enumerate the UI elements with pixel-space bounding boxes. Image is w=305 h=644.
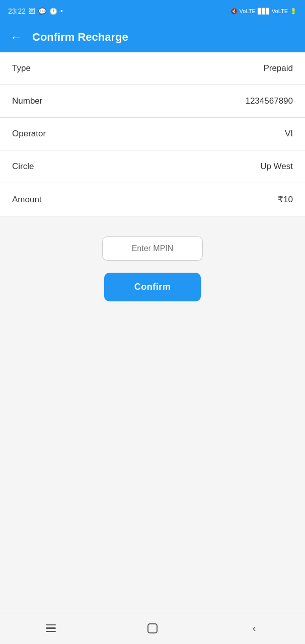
home-icon (147, 623, 158, 633)
detail-label: Circle (12, 162, 34, 172)
navigation-bar: ‹ (0, 612, 305, 644)
status-left: 23:22 🖼 💬 🕐 • (8, 7, 63, 15)
detail-label: Operator (12, 129, 46, 139)
table-row: Amount₹10 (0, 183, 305, 216)
confirm-button[interactable]: Confirm (104, 273, 201, 301)
battery-icon: 🔋 (290, 8, 297, 15)
recents-icon (46, 624, 56, 632)
status-right: 🔇 VoLTE ▊▊▊ VoLTE 🔋 (231, 8, 297, 15)
table-row: CircleUp West (0, 150, 305, 183)
back-arrow-icon: ← (10, 30, 22, 44)
back-nav-button[interactable]: ‹ (239, 618, 269, 638)
content-area: TypePrepaidNumber1234567890OperatorVICir… (0, 52, 305, 612)
detail-label: Amount (12, 195, 42, 205)
back-button[interactable]: ← (8, 29, 24, 45)
detail-value: Prepaid (263, 63, 293, 73)
detail-value: VI (285, 129, 293, 139)
dot-icon: • (60, 7, 63, 15)
table-row: Number1234567890 (0, 85, 305, 118)
confirm-button-label: Confirm (134, 282, 171, 292)
detail-value: 1234567890 (245, 96, 293, 106)
mute-icon: 🔇 (231, 8, 238, 15)
detail-label: Number (12, 96, 42, 106)
detail-rows: TypePrepaidNumber1234567890OperatorVICir… (0, 52, 305, 216)
table-row: TypePrepaid (0, 52, 305, 85)
detail-value: ₹10 (278, 194, 293, 205)
gallery-icon: 🖼 (29, 8, 35, 15)
page-title: Confirm Recharge (32, 31, 128, 44)
back-nav-icon: ‹ (253, 622, 256, 634)
detail-label: Type (12, 63, 31, 73)
status-bar: 23:22 🖼 💬 🕐 • 🔇 VoLTE ▊▊▊ VoLTE 🔋 (0, 0, 305, 22)
detail-value: Up West (260, 162, 293, 172)
mpin-input[interactable] (102, 236, 203, 261)
recents-button[interactable] (36, 618, 66, 638)
signal-lte1-icon: VoLTE (240, 8, 256, 14)
table-row: OperatorVI (0, 118, 305, 150)
signal-lte2-icon: VoLTE (272, 8, 288, 14)
clock-icon: 🕐 (49, 8, 57, 15)
whatsapp-icon: 💬 (38, 8, 46, 15)
mpin-section: Confirm (0, 236, 305, 301)
signal-bars-icon: ▊▊▊ (258, 8, 270, 15)
app-bar: ← Confirm Recharge (0, 22, 305, 52)
home-button[interactable] (137, 618, 168, 638)
time-display: 23:22 (8, 7, 26, 15)
